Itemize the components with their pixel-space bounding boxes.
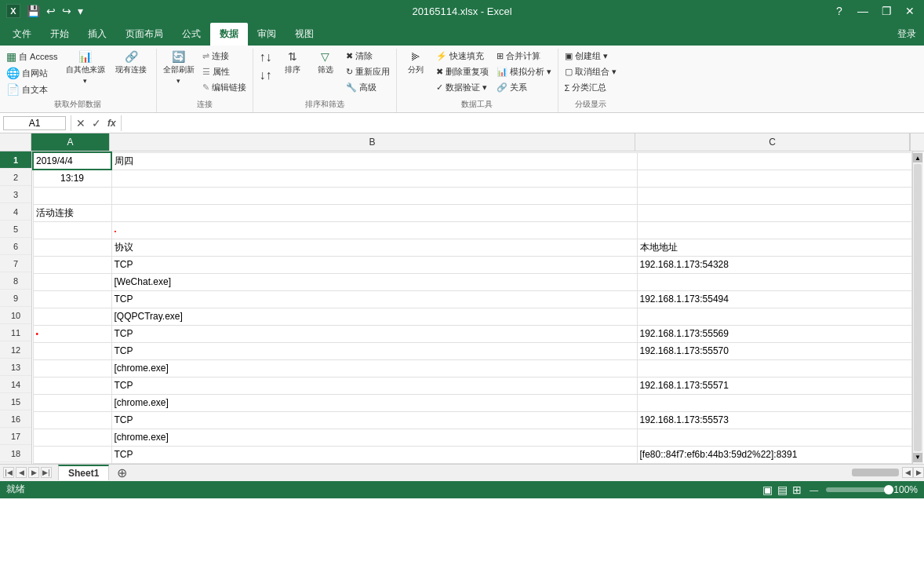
zoom-slider[interactable] (826, 487, 889, 492)
column-split-button[interactable]: ⫸ 分列 (400, 49, 431, 77)
cell-a3[interactable] (33, 187, 111, 204)
edit-links-button[interactable]: ✎ 编辑链接 (199, 80, 249, 95)
cell-a17[interactable] (33, 429, 111, 446)
tab-file[interactable]: 文件 (3, 23, 41, 46)
cell-a7[interactable] (33, 256, 111, 273)
sheet-nav-last[interactable]: ▶| (41, 467, 52, 478)
cell-b2[interactable] (111, 170, 637, 187)
cell-c18[interactable]: [fe80::84f7:ef6b:44b3:59d2%22]:8391 (637, 446, 911, 463)
cell-c9[interactable]: 192.168.1.173:55494 (637, 290, 911, 308)
cell-b1[interactable]: 周四 (111, 152, 637, 170)
signin-button[interactable]: 登录 (897, 27, 916, 41)
cell-c1[interactable] (637, 152, 911, 170)
row-num-3[interactable]: 3 (0, 186, 31, 203)
scroll-thumb[interactable] (914, 164, 922, 451)
sheet-nav-prev[interactable]: ◀ (16, 467, 27, 478)
redo-button[interactable]: ↪ (60, 3, 73, 19)
refresh-all-button[interactable]: 🔄 全部刷新 ▾ (160, 49, 198, 86)
cell-b17[interactable]: [chrome.exe] (111, 429, 637, 446)
page-break-button[interactable]: ⊞ (792, 483, 802, 496)
clear-button[interactable]: ✖ 清除 (343, 49, 393, 64)
cell-a2[interactable]: 13:19 (33, 170, 111, 187)
tab-insert[interactable]: 插入 (78, 23, 116, 46)
cell-b3[interactable] (111, 187, 637, 204)
cell-c17[interactable] (637, 429, 911, 446)
cell-a12[interactable] (33, 342, 111, 359)
group-button[interactable]: ▣ 创建组 ▾ (562, 49, 620, 64)
cell-b10[interactable]: [QQPCTray.exe] (111, 308, 637, 325)
advanced-button[interactable]: 🔧 高级 (343, 80, 393, 95)
ungroup-button[interactable]: ▢ 取消组合 ▾ (562, 64, 620, 79)
row-num-17[interactable]: 17 (0, 428, 31, 445)
undo-button[interactable]: ↩ (45, 3, 57, 19)
formula-input[interactable] (123, 118, 924, 129)
hscroll-thumb[interactable] (852, 469, 899, 476)
sort-za-button[interactable]: ↓↑ (256, 67, 275, 84)
data-validation-button[interactable]: ✓ 数据验证 ▾ (433, 80, 492, 95)
tab-home[interactable]: 开始 (41, 23, 78, 46)
save-button[interactable]: 💾 (25, 3, 42, 19)
cell-a10[interactable] (33, 308, 111, 325)
add-sheet-button[interactable]: ⊕ (111, 464, 133, 482)
cell-a11[interactable]: • (33, 325, 111, 342)
row-num-13[interactable]: 13 (0, 359, 31, 376)
row-num-16[interactable]: 16 (0, 410, 31, 428)
cell-c10[interactable] (637, 308, 911, 325)
merge-calc-button[interactable]: ⊞ 合并计算 (493, 49, 555, 64)
customize-button[interactable]: ▾ (76, 3, 85, 19)
tab-pagelayout[interactable]: 页面布局 (116, 23, 173, 46)
cell-b16[interactable]: TCP (111, 411, 637, 429)
close-button[interactable]: ✕ (902, 3, 918, 19)
row-num-8[interactable]: 8 (0, 272, 31, 290)
col-header-a[interactable]: A (31, 133, 110, 151)
connections-button[interactable]: ⇌ 连接 (199, 49, 249, 64)
subtotal-button[interactable]: Σ 分类汇总 (562, 80, 620, 95)
relationship-button[interactable]: 🔗 关系 (493, 80, 555, 95)
cell-c7[interactable]: 192.168.1.173:54328 (637, 256, 911, 273)
cancel-formula-button[interactable]: ✕ (73, 117, 89, 129)
cell-a1[interactable]: 2019/4/4 (33, 152, 111, 170)
cell-c11[interactable]: 192.168.1.173:55569 (637, 325, 911, 342)
cell-b4[interactable] (111, 204, 637, 221)
col-header-b[interactable]: B (110, 133, 635, 151)
cell-b12[interactable]: TCP (111, 342, 637, 359)
filter-button[interactable]: ▽ 筛选 (310, 49, 341, 77)
row-num-2[interactable]: 2 (0, 169, 31, 186)
tab-view[interactable]: 视图 (286, 23, 323, 46)
cell-a18[interactable] (33, 446, 111, 463)
cell-b11[interactable]: TCP (111, 325, 637, 342)
cell-b7[interactable]: TCP (111, 256, 637, 273)
cell-a6[interactable] (33, 239, 111, 256)
reapply-button[interactable]: ↻ 重新应用 (343, 64, 393, 79)
cell-c14[interactable]: 192.168.1.173:55571 (637, 377, 911, 394)
cell-a4[interactable]: 活动连接 (33, 204, 111, 221)
restore-button[interactable]: ❐ (879, 3, 894, 19)
cell-b15[interactable]: [chrome.exe] (111, 394, 637, 411)
row-num-11[interactable]: 11 (0, 324, 31, 341)
web-button[interactable]: 🌐 自网站 (3, 65, 61, 81)
cell-c13[interactable] (637, 359, 911, 377)
insert-function-button[interactable]: fx (104, 118, 119, 129)
cell-b9[interactable]: TCP (111, 290, 637, 308)
cell-b18[interactable]: TCP (111, 446, 637, 463)
cell-c8[interactable] (637, 273, 911, 290)
cell-a15[interactable] (33, 394, 111, 411)
sheet-nav-next[interactable]: ▶ (28, 467, 39, 478)
remove-duplicates-button[interactable]: ✖ 删除重复项 (433, 64, 492, 79)
help-button[interactable]: ? (831, 3, 847, 19)
name-box[interactable]: A1 (3, 116, 66, 130)
row-num-1[interactable]: 1 (0, 151, 31, 169)
cell-b6[interactable]: 协议 (111, 239, 637, 256)
vertical-scrollbar[interactable]: ▲ ▼ (912, 151, 923, 464)
cell-c15[interactable] (637, 394, 911, 411)
row-num-15[interactable]: 15 (0, 393, 31, 410)
row-num-4[interactable]: 4 (0, 203, 31, 221)
access-button[interactable]: ▦ 自 Access (3, 49, 61, 64)
existing-connections-button[interactable]: 🔗 现有连接 (110, 49, 153, 77)
cell-a5[interactable] (33, 221, 111, 239)
what-if-button[interactable]: 📊 模拟分析 ▾ (493, 64, 555, 79)
horizontal-scrollbar[interactable] (140, 469, 899, 476)
normal-view-button[interactable]: ▣ (762, 483, 773, 496)
cell-c5[interactable] (637, 221, 911, 239)
row-num-9[interactable]: 9 (0, 290, 31, 307)
